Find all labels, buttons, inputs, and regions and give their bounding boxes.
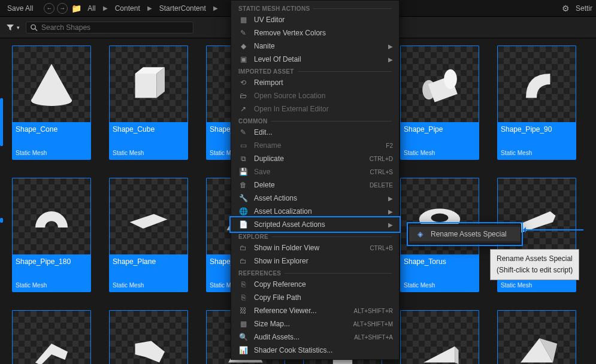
cm-reference-viewer[interactable]: ⛓Reference Viewer...ALT+SHIFT+R xyxy=(231,304,399,317)
script-icon: 📄 xyxy=(238,220,248,229)
cm-rename: ▭RenameF2 xyxy=(231,139,399,152)
breadcrumb-all[interactable]: All xyxy=(84,3,99,14)
sidebar-handle[interactable] xyxy=(0,218,3,223)
asset-tile[interactable]: Shape_Trim_90_OutStatic Mesh xyxy=(109,310,188,364)
cm-nanite[interactable]: ◆Nanite▶ xyxy=(231,40,399,53)
clipboard-icon: ⎘ xyxy=(238,280,248,289)
asset-tile[interactable]: Shape_Wedge_BStatic Mesh xyxy=(497,310,576,364)
cm-show-folder-view[interactable]: 🗀Show in Folder ViewCTRL+B xyxy=(231,241,399,254)
cm-section-imported: IMPORTED ASSET xyxy=(231,66,399,76)
cm-show-explorer[interactable]: 🗀Show in Explorer xyxy=(231,254,399,268)
cm-shader-cook[interactable]: 📊Shader Cook Statistics... xyxy=(231,344,399,357)
cm-reimport[interactable]: ⟲Reimport xyxy=(231,76,399,89)
sidebar-handle[interactable] xyxy=(0,98,3,146)
breadcrumb-starter[interactable]: StarterContent xyxy=(156,3,210,14)
asset-tile[interactable]: Shape_PipeStatic Mesh xyxy=(400,46,479,160)
diamond-icon: ◈ xyxy=(415,229,425,239)
cm-section-sma: STATIC MESH ACTIONS xyxy=(231,3,399,13)
globe-icon: 🌐 xyxy=(238,207,248,216)
svg-marker-25 xyxy=(423,346,455,362)
rename-icon: ▭ xyxy=(238,141,248,150)
asset-thumbnail xyxy=(497,310,576,364)
search-input[interactable] xyxy=(41,23,189,32)
asset-thumbnail xyxy=(497,46,576,122)
cm-uv-editor[interactable]: ▦UV Editor xyxy=(231,13,399,26)
asset-name: Shape_Pipe_90 xyxy=(497,122,576,134)
chevron-right-icon: ▶ xyxy=(388,208,393,215)
asset-name: Shape_Plane xyxy=(109,254,188,266)
mesh-icon: ◆ xyxy=(238,41,248,51)
cm-copy-reference[interactable]: ⎘Copy Reference xyxy=(231,278,399,291)
asset-tile[interactable]: Shape_Pipe_90Static Mesh xyxy=(497,46,576,160)
save-all-button[interactable]: Save All xyxy=(4,3,37,14)
asset-name: Shape_Torus xyxy=(400,254,479,266)
asset-name: Shape_Pipe_180 xyxy=(12,254,91,266)
svg-point-13 xyxy=(444,69,457,88)
asset-thumbnail xyxy=(400,310,479,364)
folder-icon[interactable]: 📁 xyxy=(71,4,81,13)
folder-open-icon: 🗁 xyxy=(238,91,248,101)
cm-lod[interactable]: ▣Level Of Detail▶ xyxy=(231,53,399,66)
asset-type: Static Mesh xyxy=(12,150,91,160)
cm-size-map[interactable]: ▦Size Map...ALT+SHIFT+M xyxy=(231,317,399,330)
cm-open-source: 🗁Open Source Location xyxy=(231,89,399,102)
save-icon: 💾 xyxy=(238,167,248,177)
chevron-right-icon: ▶ xyxy=(388,195,393,202)
asset-thumbnail xyxy=(12,46,91,122)
asset-thumbnail xyxy=(12,178,91,254)
cm-edit[interactable]: ✎Edit... xyxy=(231,126,399,139)
settings-button[interactable]: Settings xyxy=(572,3,592,14)
trash-icon: 🗑 xyxy=(238,180,248,190)
annotation-arrow xyxy=(524,229,583,230)
gear-icon[interactable]: ⚙ xyxy=(562,4,570,13)
asset-tile[interactable]: Shape_CubeStatic Mesh xyxy=(109,46,188,160)
breadcrumb-content[interactable]: Content xyxy=(111,3,144,14)
asset-tile[interactable]: Shape_Wedge_AStatic Mesh xyxy=(400,310,479,364)
asset-type: Static Mesh xyxy=(497,282,576,292)
wrench-icon: 🔧 xyxy=(238,193,248,203)
search-icon xyxy=(30,23,38,32)
asset-thumbnail xyxy=(109,310,188,364)
nav-back-icon[interactable]: ← xyxy=(44,3,55,14)
asset-thumbnail xyxy=(109,178,188,254)
chevron-right-icon: ▶ xyxy=(388,43,393,50)
asset-type: Static Mesh xyxy=(497,150,576,160)
asset-tile[interactable]: Shape_Pipe_180Static Mesh xyxy=(12,178,91,292)
asset-thumbnail xyxy=(400,46,479,122)
asset-tile[interactable]: Shape_Trim_90_InStatic Mesh xyxy=(12,310,91,364)
svg-line-1 xyxy=(35,28,37,31)
cm-open-external: ↗Open In External Editor xyxy=(231,102,399,116)
cm-audit-assets[interactable]: 🔍Audit Assets...ALT+SHIFT+A xyxy=(231,330,399,344)
asset-thumbnail xyxy=(109,46,188,122)
filter-button[interactable]: ▾ xyxy=(6,23,20,32)
cm-duplicate[interactable]: ⧉DuplicateCTRL+D xyxy=(231,152,399,165)
pencil-icon: ✎ xyxy=(238,128,248,137)
chevron-right-icon: ▶ xyxy=(99,5,111,11)
tooltip-hint: (Shift-click to edit script) xyxy=(497,265,573,276)
tooltip-title: Rename Assets Special xyxy=(497,253,573,265)
cm-asset-localization[interactable]: 🌐Asset Localization▶ xyxy=(231,205,399,218)
cm-asset-actions[interactable]: 🔧Asset Actions▶ xyxy=(231,192,399,205)
nav-forward-icon[interactable]: → xyxy=(57,3,68,14)
asset-type: Static Mesh xyxy=(109,150,188,160)
asset-tile[interactable]: Shape_ConeStatic Mesh xyxy=(12,46,91,160)
asset-tile[interactable]: Shape_PlaneStatic Mesh xyxy=(109,178,188,292)
cm-section-common: COMMON xyxy=(231,116,399,126)
cm-delete[interactable]: 🗑DeleteDELETE xyxy=(231,178,399,192)
context-menu: STATIC MESH ACTIONS ▦UV Editor ✎Remove V… xyxy=(231,0,400,360)
cm-remove-vertex-colors[interactable]: ✎Remove Vertex Colors xyxy=(231,26,399,40)
graph-icon: ⛓ xyxy=(238,306,248,316)
asset-type: Static Mesh xyxy=(400,282,479,292)
copy-icon: ⧉ xyxy=(238,154,248,163)
svg-point-3 xyxy=(31,95,72,106)
search-box[interactable] xyxy=(26,22,193,34)
reimport-icon: ⟲ xyxy=(238,78,248,87)
cm-copy-file-path[interactable]: ⎘Copy File Path xyxy=(231,291,399,304)
lod-icon: ▣ xyxy=(238,54,248,64)
submenu-rename-assets-special[interactable]: ◈ Rename Assets Special xyxy=(409,227,521,241)
cm-scripted-asset-actions[interactable]: 📄Scripted Asset Actions▶ xyxy=(231,218,399,231)
stats-icon: 📊 xyxy=(238,345,248,355)
asset-type: Static Mesh xyxy=(400,150,479,160)
clipboard-icon: ⎘ xyxy=(238,293,248,302)
folder-icon: 🗀 xyxy=(238,243,248,253)
